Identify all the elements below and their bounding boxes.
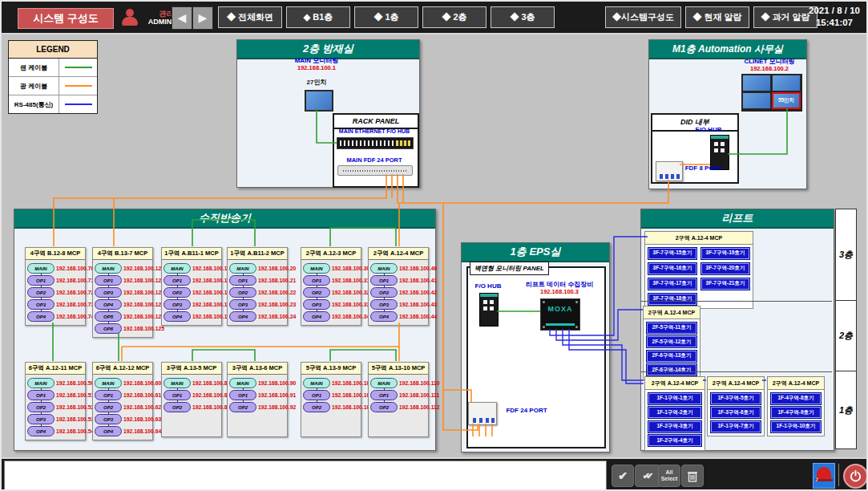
unit-row: OP1192.168.100.31 [301,274,361,286]
nav-button-1[interactable]: ◆ B1층 [286,6,350,28]
lift-unit-button[interactable]: 1F-2구역-3호기 [648,420,702,433]
lift-unit-button[interactable]: 2F-5구역-12호기 [646,335,697,348]
nav-button-4[interactable]: ◆ 3층 [491,6,555,28]
lift-unit-button[interactable]: 3F-7구역-19호기 [700,247,750,260]
unit-row: OP1192.168.100.11 [162,274,221,286]
unit-row: OP1192.168.100.91 [228,389,287,401]
mcp-panel-body: MAIN192.168.100.120OP1192.168.100.121OP3… [93,260,152,337]
mcp-panel[interactable]: 5구역 A.13-10 MCPMAIN192.168.100.110OP1192… [368,362,429,437]
unit-tag-badge: MAIN [27,378,55,388]
mcp-panel[interactable]: 6구역 A.12-12 MCPMAIN192.168.100.60OP1192.… [92,362,153,440]
power-button[interactable] [843,464,868,489]
main-fdf-label: MAIN FDF 24 PORT [336,156,413,164]
mcp-panel[interactable]: 1구역 A.B11-2 MCPMAIN192.168.100.20OP1192.… [227,247,288,326]
lift-mcp-group: 2구역 A.12-4 MCP3F-7구역-15호기3F-7구역-16호기3F-7… [644,231,753,309]
main-hub-label: MAIN ETHERNET F/O HUB [336,128,413,134]
mcp-panel[interactable]: 3구역 A.13-6 MCPMAIN192.168.100.90OP1192.1… [227,362,288,437]
lift-unit-button[interactable]: 3F-7구역-17호기 [648,278,697,290]
mcp-panel[interactable]: 2구역 A.12-4 MCPMAIN192.168.100.40OP1192.1… [368,247,429,326]
all-select-button[interactable]: All Select [658,465,680,487]
unit-row: OP1192.168.100.51 [26,389,85,401]
nav-button-3[interactable]: ◆ 2층 [422,6,486,28]
unit-tag-badge: MAIN [370,263,398,274]
mcp-panel[interactable]: 6구역 A.12-11 MCPMAIN192.168.100.50OP1192.… [25,362,86,440]
eps-hub-label: F/O HUB [470,282,507,290]
unit-ip: 192.168.100.51 [56,392,94,398]
moxa-label: MOXA [541,305,579,313]
lift-unit-button[interactable]: 1F-4구역-8호기 [770,392,822,405]
lift-unit-button[interactable]: 3F-7구역-21호기 [700,278,750,290]
unit-row: OP2192.168.100.32 [301,286,361,298]
unit-row: OP1192.168.100.81 [162,389,221,401]
mcp-panel[interactable]: 1구역 A.B11-1 MCPMAIN192.168.100.10OP1192.… [161,247,222,326]
lift-unit-button[interactable]: 2F-6구역-13호기 [646,350,697,363]
unit-row: OP1192.168.100.61 [93,389,152,401]
nav-button-2[interactable]: ◆ 1층 [354,6,418,28]
mcp-panel-name: 6구역 A.12-11 MCP [26,363,85,375]
date-label: 2021 / 8 / 10 [801,5,867,17]
unit-tag-badge: OP3 [95,287,122,298]
unit-tag-badge: OP2 [370,287,398,298]
nav-button-0[interactable]: ◆ 전체화면 [218,6,282,28]
unit-row: OP4192.168.100.44 [369,310,428,323]
mcp-panel[interactable]: 4구역 B.13-7 MCPMAIN192.168.100.120OP1192.… [92,247,153,338]
lift-unit-button[interactable]: 1F-4구역-9호기 [770,406,822,419]
unit-ip: 192.168.100.62 [123,404,161,410]
unit-ip: 192.168.100.71 [56,278,94,283]
lift-unit-button[interactable]: 1F-1구역-1호기 [648,392,702,405]
divider [838,464,839,486]
mcp-panel-body: MAIN192.168.100.70OP1192.168.100.71OP219… [26,260,85,325]
unit-row: OP4192.168.100.24 [228,310,287,323]
lift-unit-button[interactable]: 1F-1구역-7호기 [710,420,761,433]
unit-ip: 192.168.100.21 [258,278,296,283]
prev-page-button[interactable]: ◀ [172,6,192,30]
next-page-button[interactable]: ▶ [192,6,213,30]
alarm-nav-button-1[interactable]: ◆ 현재 알람 [685,6,749,28]
main-monitoring-ip: 192.168.100.1 [277,64,357,71]
mcp-panel[interactable]: 3구역 A.13-5 MCPMAIN192.168.100.80OP1192.1… [161,362,222,437]
lift-unit-button[interactable]: 3F-7구역-20호기 [700,262,750,275]
unit-ip: 192.168.100.111 [399,392,439,398]
lift-unit-button[interactable]: 3F-7구역-15호기 [648,247,697,260]
legend-item-label: 광 케이블 [9,77,59,95]
mcp-panel[interactable]: 4구역 B.12-8 MCPMAIN192.168.100.70OP1192.1… [25,247,86,326]
did-hub-label: F/O HUB [684,126,733,133]
alarm-bell-button[interactable]: ♪ [813,463,835,489]
lift-unit-button[interactable]: 2F-5구역-11호기 [646,322,697,335]
unit-tag-badge: OP6 [95,323,122,334]
lift-unit-button[interactable]: 1F-1구역-2호기 [648,406,702,419]
lift-unit-button[interactable]: 3F-7구역-16호기 [648,262,697,275]
unit-tag-badge: OP4 [164,311,191,322]
ack-button[interactable]: ✔ [612,465,634,487]
unit-tag-badge: OP2 [229,402,256,412]
unit-ip: 192.168.100.64 [123,428,161,434]
unit-tag-badge: OP4 [27,426,55,436]
alarm-nav-button-0[interactable]: ◆시스템구성도 [605,6,681,28]
unit-row: OP1192.168.100.21 [228,274,287,286]
mcp-panel[interactable]: 5구역 A.13-9 MCPMAIN192.168.100.100OP1192.… [301,362,361,437]
unit-row: OP2192.168.100.42 [369,286,428,298]
lift-unit-button[interactable]: 1F-3구역-5호기 [710,392,761,405]
unit-tag-badge: MAIN [370,378,398,388]
unit-row: MAIN192.168.100.70 [26,262,85,274]
delete-button[interactable] [681,465,704,487]
mcp-panel-name: 3구역 A.13-6 MCP [228,363,287,375]
mcp-panel-body: MAIN192.168.100.110OP1192.168.100.111OP2… [369,375,428,416]
lift-box: 리프트 2구역 A.12-4 MCP3F-7구역-15호기3F-7구역-16호기… [640,209,834,451]
unit-tag-badge: MAIN [229,263,256,274]
unit-tag-badge: OP2 [229,287,256,298]
unit-ip: 192.168.100.13 [192,302,230,307]
lift-unit-button[interactable]: 1F-3구역-6호기 [710,406,761,419]
unit-row: OP1192.168.100.71 [26,274,85,286]
lift-unit-list: 1F-4구역-8호기1F-4구역-9호기1F-1구역-10호기 [768,390,824,436]
unit-tag-badge: OP1 [164,275,191,286]
unit-row: OP2192.168.100.112 [369,401,428,413]
unit-ip: 192.168.100.32 [332,290,369,295]
unit-ip: 192.168.100.31 [332,278,369,283]
unit-row: MAIN192.168.100.80 [162,377,221,389]
eps-fdf-label: FDF 24 PORT [499,407,555,414]
lift-unit-button[interactable]: 1F-2구역-4호기 [648,434,702,447]
mcp-panel[interactable]: 2구역 A.12-3 MCPMAIN192.168.100.30OP1192.1… [301,247,361,326]
lift-unit-button[interactable]: 1F-1구역-10호기 [770,420,822,433]
lift-mcp-name: 2구역 A.12-4 MCP [708,377,764,390]
